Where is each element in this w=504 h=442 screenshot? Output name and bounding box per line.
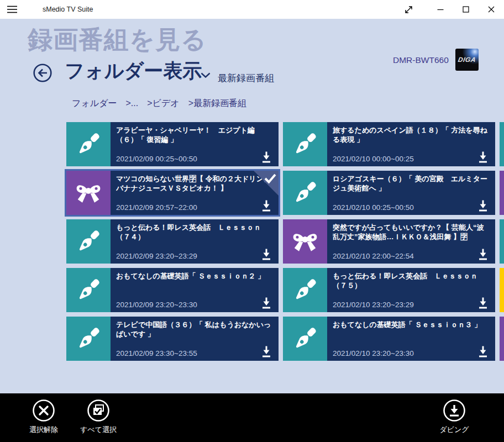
chevron-down-icon[interactable] [201,72,211,78]
tile-datetime: 2021/02/09 23:20~23:29 [116,252,197,260]
hamburger-menu-button[interactable] [0,0,24,19]
tile-body: もっと伝わる！即レス英会話 Ｌｅｓｓｏｎ（７４） 2021/02/09 23:2… [111,219,279,264]
device-name: DMR-BWT660 [393,55,449,65]
tile-datetime: 2021/02/10 00:25~00:50 [333,203,414,212]
view-title[interactable]: フォルダー表示 [65,58,202,84]
dubbing-icon [442,398,466,423]
tile-title: もっと伝わる！即レス英会話 Ｌｅｓｓｏｎ（７５） [333,271,490,290]
maximize-button[interactable] [453,0,479,19]
clear-selection-label: 選択解除 [29,425,58,435]
close-button[interactable] [479,0,504,19]
download-icon [261,248,272,260]
tile-datetime: 2021/02/09 20:57~22:00 [116,203,197,212]
tile-datetime: 2021/02/10 22:00~22:54 [333,252,414,260]
recording-tile[interactable]: 突然ですが占ってもいいですか？【 芸能人“波乱万丈”家族物語…ＩＫＫＯ＆浅田舞 … [283,219,495,264]
recording-tile[interactable]: マツコの知らない世界🈑【 令和の２大ドリンク バナナジュースＶＳタピオカ！ 】 … [66,171,279,215]
pen-icon [291,324,319,353]
hamburger-icon [7,6,18,13]
pen-icon [74,130,103,159]
tile-genre-icon-box [283,219,327,264]
back-arrow-icon [33,63,53,83]
tile-title: ロシアゴスキー（６）「 美の宮殿 エルミタージュ美術館へ 」 [333,174,490,193]
tile-title: もっと伝わる！即レス英会話 Ｌｅｓｓｏｎ（７４） [116,223,273,241]
partial-tile[interactable] [500,171,504,215]
tile-genre-icon-box [66,317,111,361]
tile-datetime: 2021/02/10 23:20~23:30 [333,349,414,357]
pen-icon [74,276,103,304]
back-button[interactable] [33,63,53,83]
title-bar: sMedio TV Suite [0,0,504,19]
tile-genre-icon-box [66,219,111,264]
recording-tile[interactable]: ロシアゴスキー（６）「 美の宮殿 エルミタージュ美術館へ 」 2021/02/1… [283,171,495,215]
tile-title: テレビで中国語（３６）「 私はもうおなかいっぱいです 」 [116,320,273,339]
download-icon [477,248,489,260]
download-icon [477,297,489,309]
tile-title: おもてなしの基礎英語「 Ｓｅｓｓｉｏｎ２ 」 [116,271,273,281]
tile-body: ロシアゴスキー（６）「 美の宮殿 エルミタージュ美術館へ 」 2021/02/1… [327,171,495,215]
tile-body: マツコの知らない世界🈑【 令和の２大ドリンク バナナジュースＶＳタピオカ！ 】 … [111,171,279,215]
maximize-icon [463,6,469,13]
recording-tile[interactable]: 旅するためのスペイン語（１８）「 方法を尋ねる表現 」 2021/02/10 0… [283,122,495,166]
pen-icon [74,324,103,353]
recording-tile[interactable]: もっと伝わる！即レス英会話 Ｌｅｓｓｏｎ（７５） 2021/02/10 23:2… [283,268,495,312]
tile-datetime: 2021/02/09 00:25~00:50 [116,155,197,163]
recording-tile[interactable]: アラビーヤ・シャベリーヤ！ エジプト編（６）「 復習編 」 2021/02/09… [66,122,279,166]
tile-body: アラビーヤ・シャベリーヤ！ エジプト編（６）「 復習編 」 2021/02/09… [111,122,279,166]
recording-tile[interactable]: もっと伝わる！即レス英会話 Ｌｅｓｓｏｎ（７４） 2021/02/09 23:2… [66,219,279,264]
tile-title: 突然ですが占ってもいいですか？【 芸能人“波乱万丈”家族物語…ＩＫＫＯ＆浅田舞 … [333,223,490,241]
tile-title: マツコの知らない世界🈑【 令和の２大ドリンク バナナジュースＶＳタピオカ！ 】 [116,174,273,193]
partial-tile[interactable] [500,317,504,361]
tile-genre-icon-box [283,317,327,361]
fullscreen-icon [405,6,413,14]
tile-genre-icon-box [66,171,111,215]
tile-datetime: 2021/02/10 23:20~23:29 [333,301,414,309]
download-icon [477,345,489,357]
pen-icon [291,276,319,304]
select-all-icon [86,398,111,423]
ribbon-icon [291,229,319,254]
download-icon [261,151,272,163]
tile-body: テレビで中国語（３６）「 私はもうおなかいっぱいです 」 2021/02/09 … [111,317,279,361]
tile-genre-icon-box [283,122,327,166]
recording-tile[interactable]: おもてなしの基礎英語「 Ｓｅｓｓｉｏｎ３ 」 2021/02/10 23:20~… [283,317,495,361]
view-subtitle: 最新録画番組 [218,72,274,85]
partial-column [500,122,504,361]
select-all-button[interactable]: すべて選択 [73,398,124,439]
tile-body: 突然ですが占ってもいいですか？【 芸能人“波乱万丈”家族物語…ＩＫＫＯ＆浅田舞 … [327,219,495,264]
clear-selection-button[interactable]: 選択解除 [18,398,69,439]
clear-selection-icon [32,398,56,423]
download-icon [261,297,272,309]
window-controls [396,0,504,19]
pen-icon [291,130,319,159]
minimize-icon [437,6,444,13]
checkmark-icon [264,173,277,184]
tile-body: 旅するためのスペイン語（１８）「 方法を尋ねる表現 」 2021/02/10 0… [327,122,495,166]
partial-tile[interactable] [500,122,504,166]
close-icon [488,6,495,13]
partial-tile[interactable] [500,219,504,264]
tile-title: おもてなしの基礎英語「 Ｓｅｓｓｉｏｎ３ 」 [333,320,490,329]
tile-genre-icon-box [66,122,111,166]
tile-title: アラビーヤ・シャベリーヤ！ エジプト編（６）「 復習編 」 [116,125,273,144]
tile-body: もっと伝わる！即レス英会話 Ｌｅｓｓｏｎ（７５） 2021/02/10 23:2… [327,268,495,312]
tile-body: おもてなしの基礎英語「 Ｓｅｓｓｉｏｎ３ 」 2021/02/10 23:20~… [327,317,495,361]
tile-datetime: 2021/02/10 00:00~00:25 [333,155,414,163]
recording-tile[interactable]: テレビで中国語（３６）「 私はもうおなかいっぱいです 」 2021/02/09 … [66,317,279,361]
select-all-label: すべて選択 [80,425,117,435]
breadcrumb[interactable]: フォルダー >... >ビデオ >最新録画番組 [72,98,246,109]
tile-grid: アラビーヤ・シャベリーヤ！ エジプト編（６）「 復習編 」 2021/02/09… [66,122,495,361]
minimize-button[interactable] [428,0,453,19]
page-title: 録画番組を見る [28,23,207,56]
tile-body: おもてなしの基礎英語「 Ｓｅｓｓｉｏｎ２ 」 2021/02/09 23:20~… [111,268,279,312]
partial-tile[interactable] [500,268,504,312]
dubbing-label: ダビング [439,425,469,435]
pen-icon [291,178,319,207]
download-icon [477,151,489,163]
app-bar: 選択解除 すべて選択 ダビング [0,393,504,442]
recording-tile[interactable]: おもてなしの基礎英語「 Ｓｅｓｓｉｏｎ２ 」 2021/02/09 23:20~… [66,268,279,312]
fullscreen-button[interactable] [396,0,421,19]
diga-logo: DIGA [455,49,479,71]
tile-datetime: 2021/02/09 23:20~23:30 [116,301,197,309]
download-icon [261,345,272,357]
dubbing-button[interactable]: ダビング [429,398,480,439]
